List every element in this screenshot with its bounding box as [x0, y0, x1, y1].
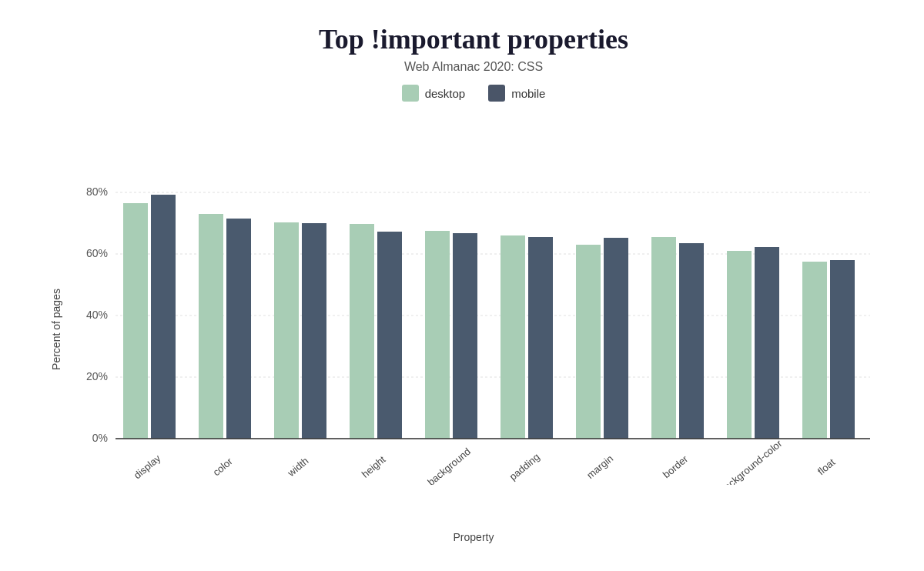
bar-desktop-height: [350, 224, 374, 439]
svg-text:color: color: [210, 455, 235, 478]
bar-desktop-background: [425, 231, 450, 439]
svg-text:margin: margin: [584, 452, 615, 481]
x-axis-label: Property: [69, 531, 878, 543]
svg-text:background-color: background-color: [718, 437, 785, 485]
chart-legend: desktop mobile: [69, 85, 878, 102]
svg-text:float: float: [815, 456, 838, 478]
bar-mobile-background-color: [755, 247, 779, 439]
svg-text:padding: padding: [507, 451, 542, 483]
chart-subtitle: Web Almanac 2020: CSS: [69, 60, 878, 74]
bar-mobile-background: [453, 233, 477, 439]
legend-item-mobile: mobile: [488, 85, 545, 102]
bar-mobile-color: [226, 219, 251, 439]
svg-text:80%: 80%: [86, 185, 108, 198]
svg-text:60%: 60%: [86, 247, 108, 259]
svg-text:border: border: [661, 452, 691, 480]
y-axis-label: Percent of pages: [50, 289, 62, 370]
svg-text:background: background: [425, 446, 473, 485]
svg-text:20%: 20%: [86, 370, 108, 382]
bar-mobile-padding: [528, 237, 553, 439]
legend-item-desktop: desktop: [402, 85, 466, 102]
svg-text:0%: 0%: [92, 432, 108, 444]
bar-desktop-margin: [576, 245, 601, 439]
bar-desktop-float: [802, 262, 827, 439]
bar-desktop-border: [651, 237, 676, 439]
svg-text:40%: 40%: [86, 309, 108, 321]
svg-text:display: display: [132, 452, 163, 481]
svg-text:height: height: [360, 453, 388, 480]
bar-mobile-display: [151, 195, 176, 439]
desktop-label: desktop: [425, 87, 466, 100]
bar-desktop-color: [199, 214, 223, 439]
bar-desktop-width: [274, 222, 299, 439]
bar-desktop-background-color: [727, 251, 752, 439]
bar-chart: 0% 20% 40% 60% 80% display color: [69, 115, 878, 485]
bar-mobile-border: [679, 243, 704, 439]
bar-mobile-width: [302, 223, 326, 439]
chart-container: Top !important properties Web Almanac 20…: [0, 0, 924, 571]
bar-mobile-height: [377, 232, 402, 439]
mobile-swatch: [488, 85, 505, 102]
mobile-label: mobile: [511, 87, 545, 100]
bar-desktop-padding: [500, 235, 525, 439]
bar-desktop-display: [123, 203, 148, 439]
bar-mobile-float: [830, 260, 855, 439]
svg-text:width: width: [285, 455, 311, 479]
chart-title: Top !important properties: [69, 23, 878, 55]
bar-mobile-margin: [604, 238, 628, 439]
desktop-swatch: [402, 85, 419, 102]
